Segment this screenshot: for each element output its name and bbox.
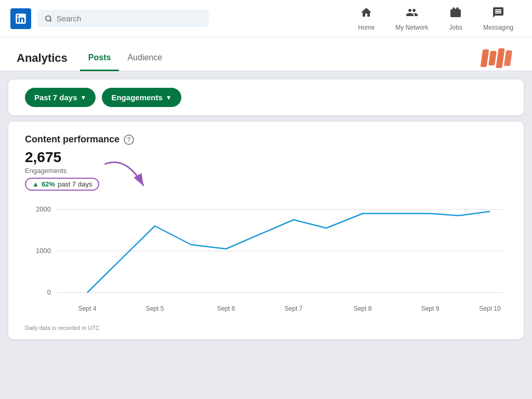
svg-text:2000: 2000	[36, 205, 51, 213]
nav-item-home[interactable]: Home	[350, 2, 383, 35]
header: Home My Network Jobs Messaging	[0, 0, 532, 37]
nav-home-label: Home	[358, 24, 375, 31]
svg-text:Sept 4: Sept 4	[78, 305, 97, 312]
tab-audience[interactable]: Audience	[119, 46, 170, 71]
search-icon	[45, 15, 52, 23]
search-input[interactable]	[57, 14, 202, 23]
help-icon[interactable]: ?	[124, 135, 134, 145]
jobs-icon	[449, 6, 462, 22]
tab-posts[interactable]: Posts	[80, 46, 119, 71]
brand-logo	[482, 48, 511, 68]
nav-messaging-label: Messaging	[483, 24, 513, 31]
change-pct: 62%	[42, 180, 55, 188]
analytics-title: Analytics	[17, 51, 68, 65]
chart-header: Content performance ?	[25, 134, 507, 145]
nav-item-jobs[interactable]: Jobs	[441, 2, 471, 35]
filter-bar: Past 7 days ▼ Engagements ▼	[8, 79, 524, 115]
metric-filter-button[interactable]: Engagements ▼	[102, 88, 181, 107]
up-arrow-icon: ▲	[32, 180, 39, 188]
linkedin-logo[interactable]	[10, 8, 31, 29]
period-chevron-icon: ▼	[81, 94, 87, 101]
page-tabs-bar: Analytics Posts Audience	[0, 37, 532, 71]
svg-text:Sept 5: Sept 5	[146, 305, 164, 312]
metric-label: Engagements	[25, 167, 507, 175]
messaging-icon	[492, 6, 504, 22]
home-icon	[360, 6, 373, 22]
svg-text:Sept 6: Sept 6	[217, 305, 235, 312]
period-filter-label: Past 7 days	[34, 93, 77, 102]
nav-item-messaging[interactable]: Messaging	[475, 2, 522, 35]
svg-line-1	[50, 20, 51, 21]
svg-text:0: 0	[47, 288, 51, 296]
svg-text:1000: 1000	[36, 247, 51, 255]
period-filter-button[interactable]: Past 7 days ▼	[25, 88, 96, 107]
nav-jobs-label: Jobs	[449, 24, 462, 31]
svg-text:Sept 9: Sept 9	[421, 305, 440, 312]
svg-text:Sept 10: Sept 10	[479, 305, 501, 312]
line-chart: 2000 1000 0 Sept 4 Sept 5 Sept 6 Sept 7 …	[25, 199, 513, 318]
svg-point-0	[46, 16, 51, 21]
metric-filter-label: Engagements	[111, 93, 162, 102]
chart-card: Content performance ? 2,675 Engagements …	[8, 122, 524, 339]
my-network-icon	[406, 6, 418, 22]
nav-mynetwork-label: My Network	[395, 24, 428, 31]
nav-item-my-network[interactable]: My Network	[387, 2, 436, 35]
chart-footer: Daily data is recorded in UTC	[25, 325, 507, 331]
metric-value: 2,675	[25, 149, 507, 166]
svg-text:Sept 8: Sept 8	[354, 305, 372, 312]
chart-title: Content performance	[25, 134, 119, 145]
svg-text:Sept 7: Sept 7	[285, 305, 303, 312]
metric-change-badge: ▲ 62% past 7 days	[25, 178, 99, 191]
change-period: past 7 days	[58, 180, 92, 188]
search-bar[interactable]	[37, 10, 209, 27]
nav-items: Home My Network Jobs Messaging	[350, 2, 522, 35]
chart-area: 2000 1000 0 Sept 4 Sept 5 Sept 6 Sept 7 …	[25, 199, 507, 321]
metric-chevron-icon: ▼	[166, 94, 172, 101]
